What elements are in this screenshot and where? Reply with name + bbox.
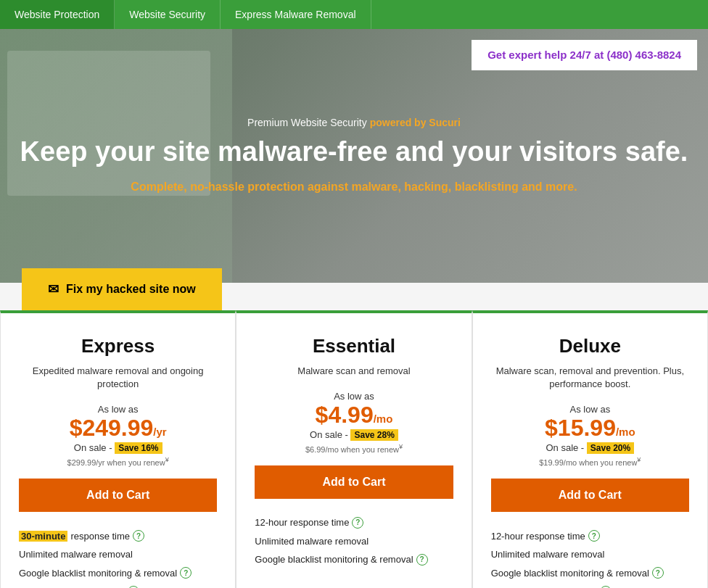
info-icon[interactable]: ? [652, 567, 664, 579]
feature-item: Unlimited malware removal [255, 532, 453, 550]
price-period: /mo [374, 413, 393, 425]
nav-item-express-malware[interactable]: Express Malware Removal [221, 0, 371, 29]
feature-text: Unlimited malware removal [491, 549, 605, 560]
feature-list: 30-minute response time?Unlimited malwar… [19, 526, 217, 588]
feature-text: 12-hour response time [255, 517, 349, 528]
sale-row: On sale - Save 20% [546, 442, 634, 453]
price-display: $4.99/mo [316, 403, 393, 426]
feature-item: Unlimited malware removal [19, 545, 217, 563]
info-icon[interactable]: ? [180, 567, 192, 579]
save-badge: Save 28% [350, 429, 398, 441]
feature-item: WAF malware prevention? [491, 582, 689, 588]
feature-item: WAF malware prevention? [19, 582, 217, 588]
fix-button-label: Fix my hacked site now [66, 283, 196, 296]
save-badge: Save 16% [115, 442, 162, 454]
feature-text: Unlimited malware removal [255, 536, 369, 547]
feature-text: Google blacklist monitoring & removal [491, 568, 649, 579]
feature-item: 30-minute response time? [19, 526, 217, 545]
hero-section: Get expert help 24/7 at (480) 463-8824 P… [0, 29, 708, 283]
feature-item: Unlimited malware removal [491, 545, 689, 563]
plan-description: Malware scan and removal [297, 365, 410, 378]
price-period: /mo [616, 426, 635, 438]
pricing-card-express: Express Expedited malware removal and on… [0, 310, 236, 588]
feature-item: 12-hour response time? [255, 513, 453, 532]
info-icon[interactable]: ? [416, 554, 428, 566]
pricing-cards-container: Express Expedited malware removal and on… [0, 310, 708, 588]
pricing-section: Express Expedited malware removal and on… [0, 310, 708, 588]
price-display: $15.99/mo [545, 416, 635, 439]
expert-help-banner[interactable]: Get expert help 24/7 at (480) 463-8824 [472, 40, 697, 70]
price-amount: $15.99 [545, 415, 616, 441]
hero-description: Complete, no-hassle protection against m… [20, 179, 688, 195]
add-to-cart-button[interactable]: Add to Cart [491, 479, 689, 512]
plan-description: Expedited malware removal and ongoing pr… [19, 365, 217, 391]
info-icon[interactable]: ? [588, 530, 600, 542]
fix-button-wrapper: ✉ Fix my hacked site now [0, 268, 708, 310]
feature-highlight: 30-minute [19, 531, 67, 542]
sale-row: On sale - Save 16% [74, 442, 162, 453]
fix-hacked-site-button[interactable]: ✉ Fix my hacked site now [22, 268, 222, 310]
price-label: As low as [334, 391, 374, 402]
renew-note: $6.99/mo when you renew¥ [305, 443, 403, 454]
feature-item: 12-hour response time? [491, 526, 689, 545]
price-label: As low as [98, 404, 139, 415]
price-amount: $249.99 [70, 415, 154, 441]
nav-item-website-protection[interactable]: Website Protection [0, 0, 115, 29]
feature-list: 12-hour response time?Unlimited malware … [255, 513, 453, 569]
plan-name: Deluxe [559, 335, 621, 357]
main-nav: Website Protection Website Security Expr… [0, 0, 708, 29]
hero-title: Keep your site malware-free and your vis… [20, 136, 688, 169]
add-to-cart-button[interactable]: Add to Cart [255, 465, 453, 499]
price-period: /yr [153, 426, 166, 438]
plan-name: Express [81, 335, 155, 357]
expert-help-text: Get expert help 24/7 at (480) 463-8824 [487, 49, 681, 61]
plan-name: Essential [313, 335, 395, 357]
email-icon: ✉ [48, 281, 59, 297]
hero-content: Premium Website Security powered by Sucu… [6, 102, 703, 210]
feature-text: Unlimited malware removal [19, 549, 133, 560]
renew-note: $19.99/mo when you renew¥ [539, 456, 641, 467]
add-to-cart-button[interactable]: Add to Cart [19, 479, 217, 512]
pricing-card-essential: Essential Malware scan and removal As lo… [236, 310, 472, 588]
feature-text: response time [70, 531, 130, 542]
feature-item: Google blacklist monitoring & removal? [255, 550, 453, 569]
feature-item: Google blacklist monitoring & removal? [19, 563, 217, 582]
feature-text: 12-hour response time [491, 531, 585, 542]
feature-list: 12-hour response time?Unlimited malware … [491, 526, 689, 588]
sale-row: On sale - Save 28% [310, 429, 398, 440]
feature-text: Google blacklist monitoring & removal [255, 554, 413, 565]
feature-item: Google blacklist monitoring & removal? [491, 563, 689, 582]
hero-subtitle: Premium Website Security powered by Sucu… [20, 117, 688, 128]
pricing-card-deluxe: Deluxe Malware scan, removal and prevent… [472, 310, 708, 588]
feature-text: Google blacklist monitoring & removal [19, 568, 177, 579]
price-amount: $4.99 [316, 402, 374, 428]
price-label: As low as [570, 404, 611, 415]
save-badge: Save 20% [587, 442, 634, 454]
nav-item-website-security[interactable]: Website Security [115, 0, 221, 29]
price-display: $249.99/yr [70, 416, 167, 439]
info-icon[interactable]: ? [352, 517, 363, 529]
plan-description: Malware scan, removal and prevention. Pl… [491, 365, 689, 391]
info-icon[interactable]: ? [133, 530, 144, 542]
renew-note: $299.99/yr when you renew¥ [67, 456, 169, 467]
